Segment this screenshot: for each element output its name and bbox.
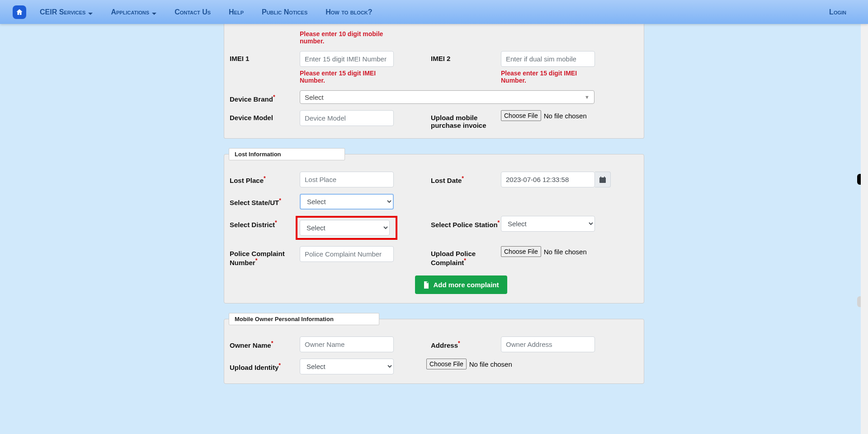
- file-status-invoice: No file chosen: [544, 112, 587, 120]
- error-imei1: Please enter 15 digit IMEI Number.: [300, 70, 395, 84]
- identity-type-select[interactable]: Select: [300, 359, 394, 374]
- choose-file-identity-button[interactable]: Choose File: [426, 359, 467, 369]
- document-icon: [423, 281, 429, 289]
- label-upload-invoice: Upload mobile purchase invoice: [431, 110, 501, 129]
- device-brand-select[interactable]: Select ▼: [300, 90, 594, 104]
- complaint-number-input[interactable]: [300, 246, 394, 262]
- nav-login[interactable]: Login: [829, 8, 846, 16]
- legend-lost-info: Lost Information: [229, 148, 345, 160]
- nav-items: CEIR Services Applications Contact Us He…: [40, 8, 829, 16]
- imei2-input[interactable]: [501, 51, 595, 67]
- svg-rect-2: [604, 177, 605, 178]
- add-more-complaint-button[interactable]: Add more complaint: [415, 275, 507, 294]
- label-imei2: IMEI 2: [431, 51, 501, 62]
- label-imei1: IMEI 1: [230, 51, 300, 62]
- navbar: CEIR Services Applications Contact Us He…: [0, 0, 868, 24]
- lost-date-input[interactable]: [501, 172, 595, 187]
- owner-address-input[interactable]: [501, 336, 595, 352]
- scrollbar-vertical[interactable]: [861, 0, 868, 434]
- nav-label: How to block?: [326, 8, 372, 16]
- label-upload-complaint: Upload Police Complaint*: [431, 246, 501, 266]
- caret-down-icon: ▼: [585, 94, 590, 100]
- error-imei2: Please enter 15 digit IMEI Number.: [501, 70, 596, 84]
- calendar-button[interactable]: [595, 172, 611, 187]
- label-upload-identity: Upload Identity*: [230, 359, 300, 371]
- nav-ceir-services[interactable]: CEIR Services: [40, 8, 93, 16]
- home-button[interactable]: [13, 5, 26, 19]
- select-value: Select: [305, 93, 324, 101]
- svg-rect-0: [599, 177, 606, 183]
- label-address: Address*: [431, 336, 501, 349]
- svg-rect-1: [600, 177, 601, 178]
- district-highlight-box: Select: [296, 216, 397, 240]
- legend-owner-info: Mobile Owner Personal Information: [229, 313, 379, 325]
- label-lost-place: Lost Place*: [230, 172, 300, 184]
- nav-label: Contact Us: [175, 8, 211, 16]
- label-police-station: Select Police Station*: [431, 216, 501, 229]
- side-indicator-light[interactable]: [857, 296, 861, 307]
- label-device-brand: Device Brand*: [230, 90, 300, 103]
- label-complaint-number: Police Complaint Number*: [230, 246, 300, 266]
- nav-help[interactable]: Help: [229, 8, 244, 16]
- label-placeholder-empty: [230, 28, 300, 31]
- nav-applications[interactable]: Applications: [111, 8, 156, 16]
- state-select[interactable]: Select: [300, 194, 394, 210]
- chevron-down-icon: [88, 10, 93, 14]
- nav-public-notices[interactable]: Public Notices: [262, 8, 307, 16]
- label-device-model: Device Model: [230, 110, 300, 121]
- choose-file-complaint-button[interactable]: Choose File: [501, 246, 541, 257]
- calendar-icon: [599, 177, 606, 183]
- nav-label: Public Notices: [262, 8, 307, 16]
- label-lost-date: Lost Date*: [431, 172, 501, 184]
- form-wrapper: Please enter 10 digit mobile number. IME…: [224, 24, 644, 434]
- label-district: Select District*: [230, 216, 300, 229]
- lost-place-input[interactable]: [300, 172, 394, 187]
- label-owner-name: Owner Name*: [230, 336, 300, 349]
- nav-label: Login: [829, 8, 846, 16]
- file-status-complaint: No file chosen: [544, 248, 587, 256]
- button-label: Add more complaint: [433, 281, 499, 289]
- choose-file-invoice-button[interactable]: Choose File: [501, 110, 541, 121]
- nav-how-to-block[interactable]: How to block?: [326, 8, 372, 16]
- nav-label: Help: [229, 8, 244, 16]
- nav-label: Applications: [111, 8, 149, 16]
- fieldset-lost-info: Lost Information Lost Place* Lost Date*: [224, 154, 644, 303]
- nav-label: CEIR Services: [40, 8, 85, 16]
- side-indicator-dark[interactable]: [857, 174, 861, 185]
- file-status-identity: No file chosen: [469, 360, 512, 368]
- fieldset-owner-info: Mobile Owner Personal Information Owner …: [224, 319, 644, 384]
- police-station-select[interactable]: Select: [501, 216, 595, 232]
- device-model-input[interactable]: [300, 110, 394, 126]
- nav-contact-us[interactable]: Contact Us: [175, 8, 211, 16]
- fieldset-device-info: Please enter 10 digit mobile number. IME…: [224, 24, 644, 139]
- home-icon: [15, 8, 24, 16]
- imei1-input[interactable]: [300, 51, 394, 67]
- chevron-down-icon: [152, 10, 156, 14]
- owner-name-input[interactable]: [300, 336, 394, 352]
- district-select[interactable]: Select: [300, 220, 390, 236]
- error-mobile-number: Please enter 10 digit mobile number.: [300, 30, 395, 45]
- label-state: Select State/UT*: [230, 194, 300, 206]
- page-background: Please enter 10 digit mobile number. IME…: [0, 24, 868, 434]
